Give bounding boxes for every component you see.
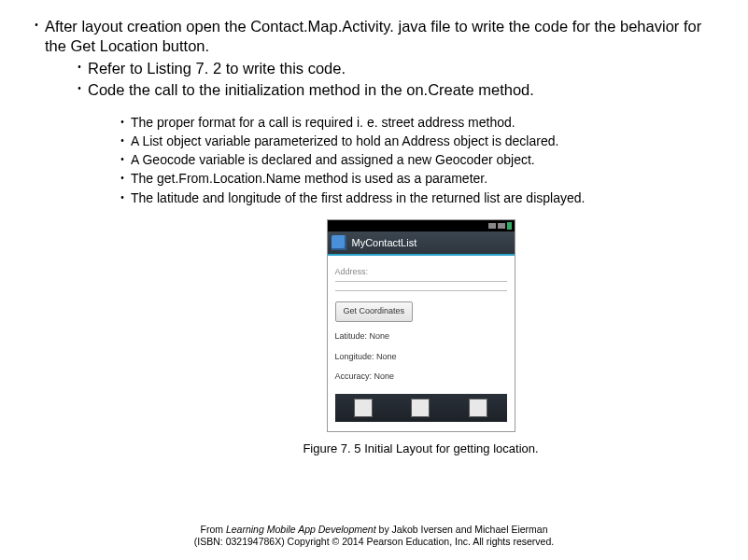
signal-icon [488,223,496,229]
latitude-value: Latitude: None [335,331,507,343]
bullet-text: After layout creation open the Contact.M… [45,17,720,57]
bullet-text: A List object variable parameterized to … [131,133,720,149]
nav-item-list[interactable] [335,394,392,422]
footer-copyright: (ISBN: 032194786X) Copyright © 2014 Pear… [194,536,554,547]
address-input-2[interactable] [335,289,507,291]
phone-statusbar [328,220,515,231]
accuracy-value: Accuracy: None [335,371,507,383]
bullet-lvl3: • The proper format for a call is requir… [114,114,720,131]
bullet-dot: • [114,114,131,131]
footer-book-title: Learning Mobile App Development [226,524,376,535]
figure-caption: Figure 7. 5 Initial Layout for getting l… [121,441,720,457]
bullet-dot: • [114,189,131,206]
bullet-dot: • [71,59,88,76]
get-coordinates-button[interactable]: Get Coordinates [335,301,414,322]
bullet-dot: • [114,133,131,149]
bullet-lvl3: • A List object variable parameterized t… [114,133,720,149]
footer: From Learning Mobile App Development by … [0,524,748,549]
slide: • After layout creation open the Contact… [0,0,748,560]
bullet-lvl2: • Code the call to the initialization me… [71,80,720,100]
bullet-text: Code the call to the initialization meth… [88,80,720,100]
phone-bottom-nav [335,394,507,422]
footer-authors: by Jakob Iversen and Michael Eierman [376,524,548,535]
settings-icon [469,399,487,417]
app-icon [332,235,346,250]
bullet-lvl1: • After layout creation open the Contact… [28,17,720,57]
bullet-dot: • [114,151,131,168]
map-icon [411,399,430,417]
bullet-text: A Geocode variable is declared and assig… [131,151,720,168]
bullet-lvl3: • A Geocode variable is declared and ass… [114,151,720,168]
bullet-lvl3: • The latitude and longitude of the firs… [114,189,720,206]
bullet-dot: • [114,170,131,187]
phone-titlebar: MyContactList [328,231,515,256]
footer-prefix: From [201,524,226,535]
address-label: Address: [335,267,507,278]
address-input[interactable] [335,280,507,282]
bullet-dot: • [28,17,45,34]
bullet-dot: • [71,80,88,97]
phone-mock: MyContactList Address: Get Coordinates L… [327,219,515,432]
figure-wrap: MyContactList Address: Get Coordinates L… [121,219,720,457]
phone-screen: Address: Get Coordinates Latitude: None … [328,256,515,431]
bullet-lvl3: • The get.From.Location.Name method is u… [114,170,720,187]
nav-item-settings[interactable] [449,394,506,422]
bullet-text: The proper format for a call is required… [131,114,720,131]
bullet-text: The latitude and longitude of the first … [131,189,720,206]
bullet-text: The get.From.Location.Name method is use… [131,170,720,187]
signal-icon [498,223,505,229]
longitude-value: Longitude: None [335,352,507,363]
bullet-text: Refer to Listing 7. 2 to write this code… [88,59,720,78]
app-title: MyContactList [352,236,417,249]
list-icon [354,399,373,417]
bullet-lvl2: • Refer to Listing 7. 2 to write this co… [71,59,720,78]
battery-icon [507,222,512,230]
nav-item-map[interactable] [392,394,449,422]
